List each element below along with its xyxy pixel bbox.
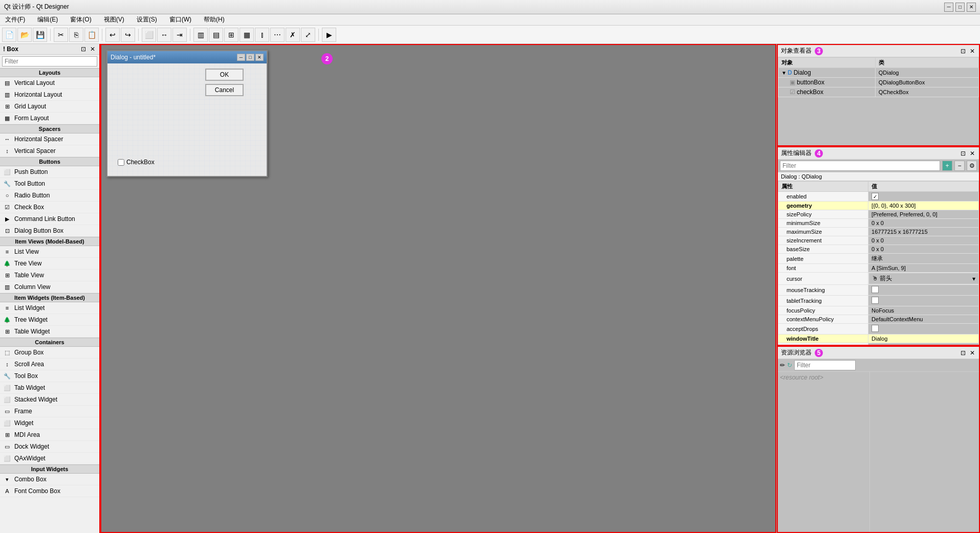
table-row[interactable]: baseSize 0 x 0	[778, 245, 979, 254]
widget-item-form-layout[interactable]: ▦ Form Layout	[0, 113, 99, 124]
table-row[interactable]: sizeIncrement 0 x 0	[778, 236, 979, 245]
widget-item-tree-widget[interactable]: 🌲 Tree Widget	[0, 314, 99, 326]
table-row[interactable]: ▼ D Dialog QDialog	[778, 68, 979, 78]
resource-filter-input[interactable]	[794, 360, 856, 370]
widget-item-dialog-button-box[interactable]: ⊡ Dialog Button Box	[0, 225, 99, 237]
widget-item-qaxwidget[interactable]: ⬜ QAxWidget	[0, 453, 99, 464]
widget-item-command-link-button[interactable]: ▶ Command Link Button	[0, 213, 99, 225]
prop-enabled-value[interactable]	[868, 192, 979, 202]
prop-tablettracking-value[interactable]	[868, 296, 979, 306]
dialog-cancel-button[interactable]: Cancel	[205, 84, 244, 96]
table-row[interactable]: tabletTracking	[778, 296, 979, 306]
widget-item-horizontal-spacer[interactable]: ↔ Horizontal Spacer	[0, 134, 99, 145]
dialog-minimize-button[interactable]: ─	[237, 54, 245, 61]
toolbar-layout-h[interactable]: ▥	[193, 28, 208, 42]
dialog-ok-button[interactable]: OK	[205, 69, 244, 81]
table-row[interactable]: windowIcon	[778, 343, 979, 345]
prop-mousetracking-value[interactable]	[868, 285, 979, 296]
toolbar-save[interactable]: 💾	[33, 28, 47, 42]
table-row[interactable]: enabled	[778, 192, 979, 202]
filter-minus-btn[interactable]: −	[954, 161, 965, 171]
toolbar-layout-splitter-v[interactable]: ⋯	[270, 28, 285, 42]
dialog-checkbox-input[interactable]	[118, 159, 124, 166]
menu-view[interactable]: 视图(V)	[101, 14, 127, 25]
table-row[interactable]: sizePolicy [Preferred, Preferred, 0, 0]	[778, 210, 979, 219]
table-row[interactable]: contextMenuPolicy DefaultContextMenu	[778, 315, 979, 324]
toolbar-preview[interactable]: ▶	[322, 28, 336, 42]
dialog-window[interactable]: Dialog - untitled* ─ □ ✕ OK Cancel Check…	[106, 50, 268, 177]
table-row[interactable]: windowTitle Dialog	[778, 335, 979, 343]
widget-item-grid-layout[interactable]: ⊞ Grid Layout	[0, 101, 99, 113]
widget-item-widget[interactable]: ⬜ Widget	[0, 417, 99, 429]
toolbar-layout-f[interactable]: ▦	[239, 28, 254, 42]
table-row[interactable]: cursor 🖱 箭头 ▾	[778, 273, 979, 285]
resource-refresh-icon[interactable]: ↻	[787, 362, 792, 369]
oi-float-button[interactable]: ⊡	[960, 48, 967, 55]
menu-file[interactable]: 文件(F)	[2, 14, 28, 25]
toolbar-new[interactable]: 📄	[2, 28, 16, 42]
mousetracking-checkbox[interactable]	[872, 286, 879, 293]
toolbar-cut[interactable]: ✂	[54, 28, 68, 42]
widget-item-tree-view[interactable]: 🌲 Tree View	[0, 258, 99, 270]
toolbar-layout-splitter-h[interactable]: ⫿	[255, 28, 269, 42]
widget-item-table-widget[interactable]: ⊞ Table Widget	[0, 326, 99, 338]
dialog-title-bar[interactable]: Dialog - untitled* ─ □ ✕	[107, 51, 267, 63]
properties-filter-input[interactable]	[780, 161, 940, 171]
widget-item-stacked-widget[interactable]: ⬜ Stacked Widget	[0, 394, 99, 406]
tablettracking-checkbox[interactable]	[872, 297, 879, 304]
widget-item-tool-button[interactable]: 🔧 Tool Button	[0, 178, 99, 190]
pe-close-button[interactable]: ✕	[969, 150, 976, 157]
widget-item-tab-widget[interactable]: ⬜ Tab Widget	[0, 382, 99, 394]
table-row[interactable]: geometry [{0, 0}, 400 x 300]	[778, 202, 979, 210]
widget-item-horizontal-layout[interactable]: ▥ Horizontal Layout	[0, 89, 99, 101]
widget-item-check-box[interactable]: ☑ Check Box	[0, 202, 99, 213]
acceptdrops-checkbox[interactable]	[872, 325, 879, 332]
table-row[interactable]: focusPolicy NoFocus	[778, 306, 979, 315]
dialog-checkbox-row[interactable]: CheckBox	[118, 159, 155, 166]
table-row[interactable]: maximumSize 16777215 x 16777215	[778, 228, 979, 236]
toolbar-signal-slot[interactable]: ↔	[157, 28, 171, 42]
widget-box-close[interactable]: ✕	[89, 46, 96, 53]
oi-close-button[interactable]: ✕	[969, 48, 976, 55]
widget-search-input[interactable]	[2, 56, 97, 66]
toolbar-layout-g[interactable]: ⊞	[224, 28, 238, 42]
toolbar-redo[interactable]: ↪	[121, 28, 135, 42]
widget-item-tool-box[interactable]: 🔧 Tool Box	[0, 370, 99, 382]
dialog-body[interactable]: OK Cancel CheckBox	[107, 63, 267, 176]
widget-item-vertical-spacer[interactable]: ↕ Vertical Spacer	[0, 145, 99, 157]
widget-item-push-button[interactable]: ⬜ Push Button	[0, 166, 99, 178]
close-button[interactable]: ✕	[967, 3, 976, 12]
dialog-close-button[interactable]: ✕	[255, 54, 264, 61]
table-row[interactable]: ▣ buttonBox QDialogButtonBox	[778, 78, 979, 87]
prop-acceptdrops-value[interactable]	[868, 324, 979, 335]
minimize-button[interactable]: ─	[944, 3, 953, 12]
menu-help[interactable]: 帮助(H)	[201, 14, 228, 25]
dialog-restore-button[interactable]: □	[246, 54, 254, 61]
widget-item-list-widget[interactable]: ≡ List Widget	[0, 302, 99, 314]
widget-box-float[interactable]: ⊡	[80, 46, 87, 53]
resource-edit-icon[interactable]: ✏	[780, 362, 785, 369]
menu-window[interactable]: 窗口(W)	[166, 14, 194, 25]
table-row[interactable]: mouseTracking	[778, 285, 979, 296]
enabled-checkbox[interactable]	[872, 193, 879, 200]
widget-item-mdi-area[interactable]: ⊞ MDI Area	[0, 429, 99, 441]
canvas-area[interactable]: 2 Dialog - untitled* ─ □ ✕ OK Cancel	[100, 44, 776, 533]
widget-item-frame[interactable]: ▭ Frame	[0, 406, 99, 417]
menu-form[interactable]: 窗体(O)	[67, 14, 94, 25]
widget-item-radio-button[interactable]: ○ Radio Button	[0, 190, 99, 202]
toolbar-paste[interactable]: 📋	[84, 28, 99, 42]
toolbar-open[interactable]: 📂	[17, 28, 32, 42]
widget-item-font-combo-box[interactable]: A Font Combo Box	[0, 485, 99, 497]
widget-item-column-view[interactable]: ▥ Column View	[0, 281, 99, 293]
cursor-dropdown[interactable]: ▾	[972, 275, 975, 282]
table-row[interactable]: font A [SimSun, 9]	[778, 264, 979, 273]
toolbar-break-layout[interactable]: ✗	[286, 28, 300, 42]
menu-settings[interactable]: 设置(S)	[134, 14, 160, 25]
toolbar-adjust-size[interactable]: ⤢	[301, 28, 315, 42]
filter-options-btn[interactable]: ⚙	[967, 161, 977, 171]
menu-edit[interactable]: 编辑(E)	[34, 14, 61, 25]
widget-item-scroll-area[interactable]: ↕ Scroll Area	[0, 359, 99, 370]
toolbar-tab-order[interactable]: ⇥	[172, 28, 187, 42]
table-row[interactable]: palette 继承	[778, 254, 979, 264]
rb-close-button[interactable]: ✕	[969, 349, 976, 357]
